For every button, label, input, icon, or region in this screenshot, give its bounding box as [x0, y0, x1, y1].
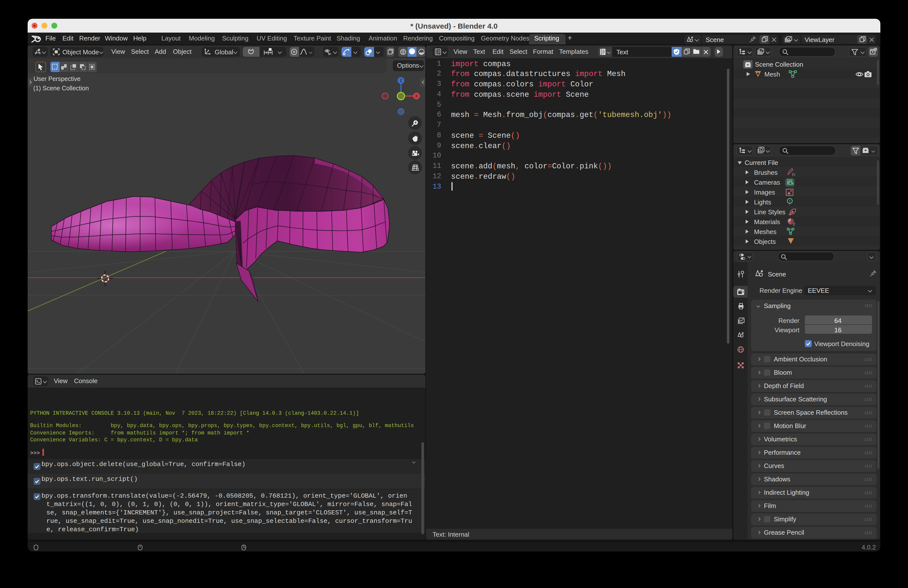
svg-text:Z: Z — [400, 78, 402, 83]
svg-text:2: 2 — [793, 222, 795, 226]
svg-text:77: 77 — [792, 172, 795, 177]
svg-text:X: X — [415, 93, 418, 98]
